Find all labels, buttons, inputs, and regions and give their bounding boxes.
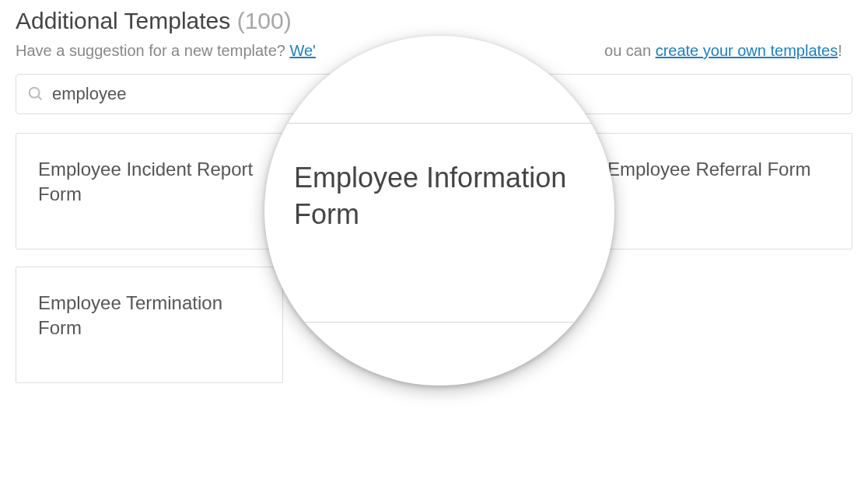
- magnifier-featured-title: Employee Information Form: [294, 160, 614, 233]
- subtitle-suffix: !: [838, 42, 842, 59]
- suggestion-link[interactable]: We': [289, 42, 315, 59]
- search-icon: [27, 85, 44, 103]
- svg-point-0: [30, 88, 40, 98]
- page-title-text: Additional Templates: [16, 8, 230, 33]
- subtitle-mid: ou can: [604, 42, 656, 59]
- template-card[interactable]: Employee Referral Form: [585, 133, 852, 249]
- subtitle-prefix: Have a suggestion for a new template?: [16, 42, 289, 59]
- magnifier-divider: [264, 123, 614, 124]
- template-title: Employee Termination Form: [38, 291, 261, 341]
- page-title-count: (100): [237, 8, 292, 33]
- template-title: Employee Incident Report Form: [38, 157, 261, 208]
- template-card[interactable]: Employee Incident Report Form: [16, 133, 283, 249]
- template-card[interactable]: Employee Termination Form: [16, 267, 283, 383]
- magnifier-divider: [264, 322, 614, 323]
- magnifier-content: Employee Information Form: [264, 36, 614, 386]
- page-title: Additional Templates (100): [0, 0, 868, 37]
- template-title: Employee Referral Form: [607, 157, 810, 182]
- magnifier-lens: Employee Information Form: [264, 36, 614, 386]
- svg-line-1: [38, 96, 42, 100]
- create-own-templates-link[interactable]: create your own templates: [656, 42, 838, 59]
